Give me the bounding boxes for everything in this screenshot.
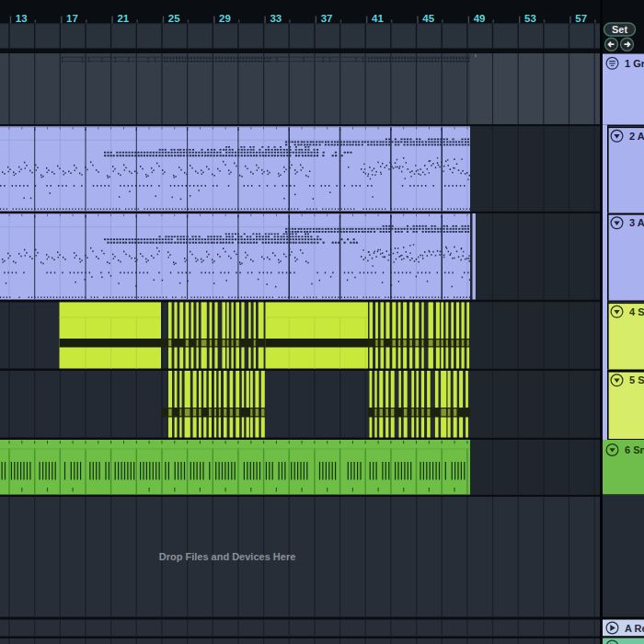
svg-text:6 Sn: 6 Sn (625, 444, 644, 455)
svg-text:Set: Set (612, 24, 627, 35)
svg-text:5 St: 5 St (629, 374, 644, 385)
svg-text:45: 45 (422, 13, 434, 24)
svg-text:13: 13 (16, 13, 28, 24)
svg-text:29: 29 (219, 13, 231, 24)
svg-text:37: 37 (321, 13, 333, 24)
svg-text:17: 17 (66, 13, 78, 24)
svg-text:Drop Files and Devices Here: Drop Files and Devices Here (159, 551, 296, 562)
svg-text:A Re: A Re (625, 623, 644, 634)
svg-text:1 Gro: 1 Gro (625, 58, 644, 69)
svg-text:57: 57 (575, 13, 587, 24)
svg-text:53: 53 (524, 13, 536, 24)
svg-text:49: 49 (474, 13, 486, 24)
svg-text:21: 21 (117, 13, 129, 24)
svg-text:4 St: 4 St (629, 306, 644, 317)
svg-text:2 Ar: 2 Ar (629, 131, 644, 142)
svg-text:41: 41 (372, 13, 384, 24)
svg-text:33: 33 (270, 13, 282, 24)
svg-text:3 Ar: 3 Ar (629, 217, 644, 228)
svg-text:25: 25 (168, 13, 180, 24)
